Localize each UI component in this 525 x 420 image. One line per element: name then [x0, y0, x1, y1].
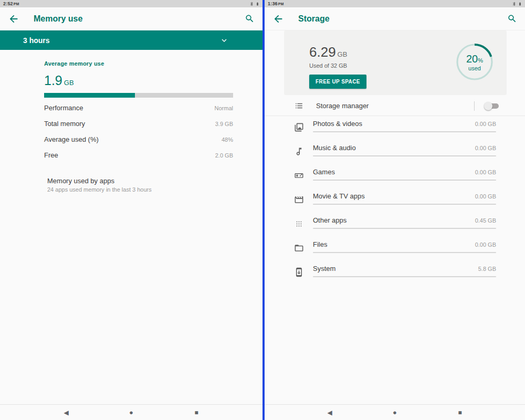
photos-icon [293, 121, 304, 133]
stat-row-average-used: Average used (%) 48% [44, 131, 233, 146]
navigation-bar: ◀ ● ■ [0, 404, 262, 420]
other-apps-icon [293, 218, 304, 229]
chevron-down-icon [219, 36, 229, 45]
category-row-games[interactable]: Games 0.00 GB [265, 164, 525, 188]
time-period-dropdown[interactable]: 3 hours [0, 30, 262, 50]
category-row-system[interactable]: System 5.8 GB [265, 261, 525, 285]
back-arrow-icon[interactable] [272, 13, 284, 25]
gauge-label: 20% used [455, 42, 495, 82]
storage-manager-label: Storage manager [316, 102, 474, 110]
music-icon [293, 145, 304, 157]
stat-row-performance: Performance Normal [44, 99, 233, 115]
app-bar: Memory use [0, 7, 262, 30]
status-time: 2:52 [3, 1, 13, 6]
free-up-space-button[interactable]: FREE UP SPACE [309, 75, 366, 89]
memory-usage-progressbar [44, 93, 233, 98]
battery-icon [518, 1, 522, 7]
search-icon[interactable] [507, 14, 517, 24]
category-row-photos[interactable]: Photos & videos 0.00 GB [265, 116, 525, 140]
status-meridiem: PM [14, 2, 19, 6]
stat-row-total-memory: Total memory 3.9 GB [44, 115, 233, 131]
nav-home-icon[interactable]: ● [126, 409, 136, 416]
bluetooth-icon [512, 1, 517, 7]
page-title: Memory use [34, 14, 82, 24]
stat-row-free: Free 2.0 GB [44, 146, 233, 162]
memory-used-by-apps-title: Memory used by apps [47, 177, 233, 185]
nav-back-icon[interactable]: ◀ [61, 410, 71, 416]
storage-categories-list: Photos & videos 0.00 GB Music & audio 0.… [265, 116, 525, 285]
movies-icon [293, 194, 304, 205]
app-bar: Storage [265, 7, 525, 30]
page-title: Storage [298, 14, 330, 24]
storage-manager-icon [293, 100, 304, 112]
status-bar: 1:36 PM [265, 0, 525, 7]
memory-used-by-apps-subtitle: 24 apps used memory in the last 3 hours [47, 186, 233, 193]
category-row-files[interactable]: Files 0.00 GB [265, 237, 525, 261]
storage-usage-gauge: 20% used [455, 42, 495, 82]
battery-icon [256, 1, 259, 7]
memory-used-by-apps-item[interactable]: Memory used by apps 24 apps used memory … [47, 177, 233, 193]
storage-manager-toggle[interactable] [484, 101, 500, 111]
system-icon [293, 266, 304, 278]
storage-screen: 1:36 PM Storage 6.29GB Used of 32 GB FRE… [262, 0, 525, 420]
files-icon [293, 242, 304, 254]
category-row-other-apps[interactable]: Other apps 0.45 GB [265, 213, 525, 237]
memory-usage-progress-fill [44, 93, 135, 98]
memory-summary-value: 1.9GB [44, 73, 233, 88]
status-bar: 2:52 PM [0, 0, 262, 7]
memory-summary: Average memory use 1.9GB [0, 50, 262, 98]
nav-recents-icon[interactable]: ■ [455, 410, 465, 416]
category-row-music[interactable]: Music & audio 0.00 GB [265, 140, 525, 164]
nav-back-icon[interactable]: ◀ [324, 410, 335, 416]
back-arrow-icon[interactable] [8, 13, 19, 25]
memory-summary-caption: Average memory use [44, 60, 233, 67]
category-row-movies[interactable]: Movie & TV apps 0.00 GB [265, 188, 525, 213]
nav-home-icon[interactable]: ● [390, 409, 400, 416]
status-meridiem: PM [278, 2, 284, 6]
time-period-label: 3 hours [23, 36, 50, 45]
games-icon [293, 170, 304, 181]
nav-recents-icon[interactable]: ■ [191, 410, 202, 416]
memory-stats-list: Performance Normal Total memory 3.9 GB A… [0, 98, 262, 162]
storage-summary-card: 6.29GB Used of 32 GB FREE UP SPACE 20% u… [284, 30, 507, 95]
divider [474, 101, 475, 111]
memory-use-screen: 2:52 PM Memory use 3 hours Average memor… [0, 0, 262, 420]
status-time: 1:36 [268, 1, 278, 6]
bluetooth-icon [249, 1, 254, 7]
navigation-bar: ◀ ● ■ [265, 404, 525, 420]
search-icon[interactable] [245, 14, 255, 24]
storage-manager-item[interactable]: Storage manager [265, 96, 525, 116]
